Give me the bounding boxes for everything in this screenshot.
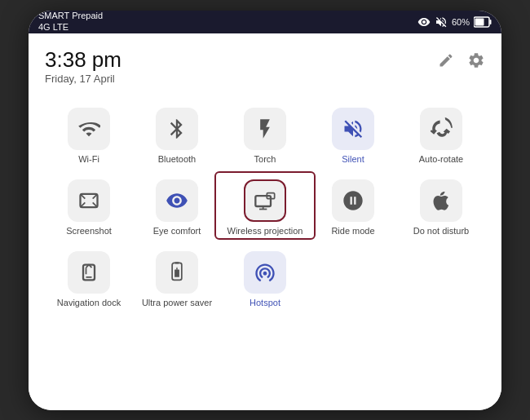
ride-mode-icon (342, 189, 364, 212)
eye-icon (417, 15, 431, 29)
ultra-power-saver-icon-wrap (156, 251, 198, 294)
auto-rotate-icon (430, 117, 453, 140)
tile-torch[interactable]: Torch (221, 103, 309, 166)
ride-mode-icon-wrap (332, 179, 374, 222)
network-type: 4G LTE (38, 22, 103, 33)
navigation-dock-label: Navigation dock (57, 298, 121, 308)
settings-icon[interactable] (467, 51, 485, 69)
status-icons: 60% (417, 15, 492, 29)
carrier-info: SMART Prepaid 4G LTE (38, 11, 103, 32)
phone-frame: SMART Prepaid 4G LTE 60% 3:38 pm Friday,… (29, 11, 501, 410)
tile-wireless-projection[interactable]: Wireless projection (221, 175, 309, 238)
tile-ride-mode[interactable]: Ride mode (309, 175, 397, 238)
screenshot-label: Screenshot (66, 226, 112, 237)
battery-icon (474, 16, 492, 28)
torch-label: Torch (254, 154, 276, 165)
notification-panel: 3:38 pm Friday, 17 April (29, 33, 501, 410)
silent-icon-wrap (332, 108, 374, 150)
hotspot-icon (254, 261, 276, 284)
silent-icon (342, 117, 364, 140)
eye-comfort-icon (166, 189, 188, 212)
bluetooth-icon (166, 117, 188, 140)
tile-hotspot[interactable]: Hotspot (221, 246, 309, 310)
time-block: 3:38 pm Friday, 17 April (45, 48, 121, 86)
svg-rect-8 (255, 196, 271, 206)
tile-auto-rotate[interactable]: Auto-rotate (397, 103, 485, 166)
date-display: Friday, 17 April (45, 73, 121, 85)
navigation-dock-icon (77, 261, 100, 284)
do-not-disturb-icon (430, 189, 453, 212)
wireless-projection-icon-wrap (244, 179, 286, 222)
carrier-name: SMART Prepaid (38, 11, 103, 21)
status-bar: SMART Prepaid 4G LTE 60% (29, 11, 501, 33)
wifi-icon-wrap (68, 108, 110, 150)
hotspot-label: Hotspot (250, 298, 280, 308)
time-display: 3:38 pm (45, 48, 121, 72)
torch-icon (254, 117, 276, 140)
mute-icon (435, 15, 448, 29)
edit-icon[interactable] (438, 52, 454, 69)
tile-bluetooth[interactable]: Bluetooth (133, 103, 221, 166)
torch-icon-wrap (244, 108, 286, 150)
bluetooth-label: Bluetooth (158, 154, 196, 165)
screenshot-icon-wrap (68, 179, 110, 222)
ultra-power-saver-label: Ultra power saver (142, 298, 212, 308)
screenshot-icon (77, 189, 100, 212)
ultra-power-saver-icon (166, 261, 188, 284)
bluetooth-icon-wrap (156, 108, 198, 150)
silent-label: Silent (342, 154, 364, 165)
tile-silent[interactable]: Silent (309, 103, 397, 166)
hotspot-icon-wrap (244, 251, 286, 294)
eye-comfort-icon-wrap (156, 179, 198, 222)
tile-do-not-disturb[interactable]: Do not disturb (397, 175, 485, 238)
do-not-disturb-icon-wrap (420, 179, 462, 222)
tile-wifi[interactable]: Wi-Fi (45, 103, 133, 166)
svg-rect-1 (490, 20, 492, 24)
auto-rotate-label: Auto-rotate (419, 154, 463, 165)
wireless-projection-label: Wireless projection (227, 226, 303, 237)
quick-settings-grid: Wi-Fi Bluetooth Torch (45, 103, 485, 311)
ride-mode-label: Ride mode (331, 226, 374, 237)
header-row: 3:38 pm Friday, 17 April (45, 48, 485, 86)
wifi-label: Wi-Fi (78, 154, 99, 165)
tile-navigation-dock[interactable]: Navigation dock (45, 246, 133, 310)
quick-settings-grid-wrapper: Wi-Fi Bluetooth Torch (45, 103, 485, 311)
eye-comfort-label: Eye comfort (153, 226, 201, 237)
tile-screenshot[interactable]: Screenshot (45, 175, 133, 238)
header-action-icons (438, 51, 485, 69)
auto-rotate-icon-wrap (420, 108, 462, 150)
svg-rect-2 (475, 18, 484, 25)
navigation-dock-icon-wrap (68, 251, 110, 294)
do-not-disturb-label: Do not disturb (413, 226, 469, 237)
tile-eye-comfort[interactable]: Eye comfort (133, 175, 221, 238)
wireless-projection-icon (254, 189, 276, 212)
tile-ultra-power-saver[interactable]: Ultra power saver (133, 246, 221, 310)
wifi-icon (77, 117, 100, 140)
battery-percent: 60% (452, 17, 470, 27)
